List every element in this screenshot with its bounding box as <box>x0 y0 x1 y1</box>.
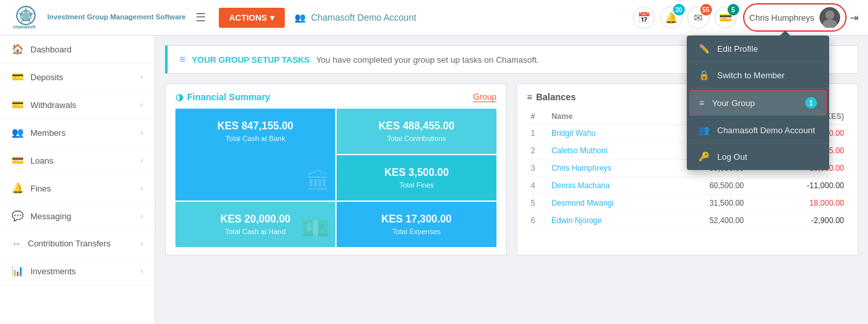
logout-icon[interactable]: ⇥ <box>850 12 858 24</box>
banner-title: YOUR GROUP SETUP TASKS <box>192 55 309 65</box>
balances-title-text: Balances <box>536 92 575 102</box>
sidebar-item-fines[interactable]: 🔔 Fines ‹ <box>0 175 155 202</box>
dropdown-item-your-group[interactable]: ≡ Your Group 1 <box>689 90 827 116</box>
chevron-icon: ‹ <box>140 128 143 137</box>
group-icon: 👥 <box>295 12 306 23</box>
total-fines-cell: KES 3,500.00 Total Fines <box>337 155 496 200</box>
paid-amount: 60,500.00 <box>667 177 748 195</box>
bank-icon: 🏛 <box>307 168 330 195</box>
demo-account-label: Chamasoft Demo Account <box>717 125 815 135</box>
total-expenses-cell: KES 17,300.00 Total Expenses <box>337 202 496 247</box>
arrears-amount: -11,000.00 <box>748 177 848 195</box>
dropdown-item-edit-profile[interactable]: ✏️ Edit Profile <box>687 36 829 62</box>
nav-icons-area: 📅 🔔 30 ✉ 55 💳 5 <box>633 6 737 28</box>
member-name[interactable]: Dennis Macharia <box>548 177 667 195</box>
contributions-label: Total Contributions <box>346 135 487 142</box>
sidebar-item-messaging[interactable]: 💬 Messaging ‹ <box>0 202 155 230</box>
expenses-label: Total Expenses <box>346 228 487 235</box>
top-navigation: chamasoft Investment Group Management So… <box>0 0 868 36</box>
sidebar-item-deposits[interactable]: 💳 Deposits ‹ <box>0 63 155 91</box>
group-list-icon: ≡ <box>699 98 704 108</box>
dropdown-item-demo-account[interactable]: 👥 Chamasoft Demo Account <box>687 117 829 144</box>
user-dropdown-menu: ✏️ Edit Profile 🔒 Switch to Member ≡ You… <box>687 36 829 170</box>
dropdown-item-switch-member[interactable]: 🔒 Switch to Member <box>687 62 829 89</box>
messages-badge: 55 <box>700 4 712 16</box>
chevron-icon: ‹ <box>140 184 143 193</box>
chevron-icon: ‹ <box>140 100 143 109</box>
financial-title: ◑ Financial Summary <box>175 92 270 102</box>
members-icon: 👥 <box>12 127 24 138</box>
transfers-icon: ↔ <box>12 238 21 249</box>
row-num: 2 <box>527 142 548 160</box>
member-name[interactable]: Edwin Njoroge <box>548 212 667 230</box>
messages-icon-wrap[interactable]: ✉ 55 <box>687 6 709 28</box>
sidebar-item-withdrawals[interactable]: 💳 Withdrawals ‹ <box>0 91 155 119</box>
your-group-label: Your Group <box>712 98 755 108</box>
investments-icon: 📊 <box>12 265 24 277</box>
paid-amount: 31,500.00 <box>667 195 748 212</box>
actions-button[interactable]: ACTIONS ▾ <box>219 8 285 28</box>
account-selector[interactable]: 👥 Chamasoft Demo Account <box>295 12 416 23</box>
financial-grid: KES 847,155.00 Total Cash at Bank 🏛 KES … <box>175 109 496 247</box>
pie-chart-icon: ◑ <box>175 92 183 102</box>
calendar-icon-wrap[interactable]: 📅 <box>633 6 655 28</box>
fines-amount: KES 3,500.00 <box>346 167 487 178</box>
financial-card-header: ◑ Financial Summary Group <box>175 92 496 102</box>
total-contributions-cell: KES 488,455.00 Total Contributions <box>337 109 496 154</box>
sidebar-item-dashboard[interactable]: 🏠 Dashboard <box>0 36 155 63</box>
row-num: 3 <box>527 160 548 177</box>
member-name[interactable]: Chris Humphreys <box>548 160 667 177</box>
sidebar-label-contribution-transfers: Contribution Transfers <box>28 239 111 248</box>
sidebar-label-fines: Fines <box>30 184 51 193</box>
sidebar: 🏠 Dashboard 💳 Deposits ‹ 💳 Withdrawals ‹… <box>0 36 155 324</box>
svg-point-5 <box>823 19 837 28</box>
actions-label: ACTIONS <box>229 13 267 23</box>
hand-cash-icon: 💵 <box>301 215 330 242</box>
col-num: # <box>527 109 548 125</box>
row-num: 4 <box>527 177 548 195</box>
cash-bank-amount: KES 847,155.00 <box>184 120 326 132</box>
paid-amount: 52,400.00 <box>667 212 748 230</box>
withdrawals-icon: 💳 <box>12 99 24 111</box>
logout-label: Log Out <box>717 152 747 162</box>
calendar-icon: 📅 <box>633 6 655 28</box>
alerts-icon-wrap[interactable]: 💳 5 <box>715 6 737 28</box>
sidebar-item-contribution-transfers[interactable]: ↔ Contribution Transfers ‹ <box>0 230 155 257</box>
group-tab[interactable]: Group <box>473 92 496 102</box>
arrears-amount: 18,000.00 <box>748 195 848 212</box>
user-avatar <box>819 7 840 28</box>
svg-point-4 <box>825 10 834 19</box>
sidebar-item-members[interactable]: 👥 Members ‹ <box>0 119 155 147</box>
chamasoft-logo: chamasoft <box>10 4 42 31</box>
fines-icon: 🔔 <box>12 182 24 194</box>
banner-icon: ≡ <box>179 54 185 65</box>
sidebar-label-loans: Loans <box>30 156 53 166</box>
financial-summary-card: ◑ Financial Summary Group KES 847,155.00… <box>165 83 507 255</box>
user-profile-area[interactable]: Chris Humphreys <box>743 3 847 32</box>
member-name[interactable]: Bridgit Wahu <box>548 125 667 142</box>
member-name[interactable]: Desmond Mwangi <box>548 195 667 212</box>
member-name[interactable]: Caletso Muthoni <box>548 142 667 160</box>
sidebar-label-withdrawals: Withdrawals <box>30 100 76 110</box>
chevron-icon: ‹ <box>140 156 143 165</box>
sidebar-label-messaging: Messaging <box>30 211 71 221</box>
group-badge: 1 <box>805 97 817 109</box>
dropdown-item-logout[interactable]: 🔑 Log Out <box>687 144 829 170</box>
logo-tagline: Investment Group Management Software <box>47 13 186 21</box>
chevron-icon: ‹ <box>140 266 143 275</box>
sidebar-item-loans[interactable]: 💳 Loans ‹ <box>0 147 155 175</box>
fines-label: Total Fines <box>346 181 487 189</box>
financial-title-text: Financial Summary <box>187 92 270 102</box>
hamburger-menu[interactable]: ☰ <box>192 7 209 28</box>
notifications-icon-wrap[interactable]: 🔔 30 <box>660 6 682 28</box>
expenses-amount: KES 17,300.00 <box>346 213 487 225</box>
table-row: 6Edwin Njoroge52,400.00-2,900.00 <box>527 212 848 230</box>
sidebar-item-investments[interactable]: 📊 Investments ‹ <box>0 257 155 285</box>
deposits-icon: 💳 <box>12 71 24 83</box>
total-cash-bank-cell: KES 847,155.00 Total Cash at Bank 🏛 <box>175 109 335 200</box>
chevron-down-icon: ▾ <box>270 13 274 23</box>
chevron-icon: ‹ <box>140 72 143 81</box>
row-num: 1 <box>527 125 548 142</box>
logo-area: chamasoft Investment Group Management So… <box>10 4 186 31</box>
balances-icon: ≡ <box>527 92 532 102</box>
